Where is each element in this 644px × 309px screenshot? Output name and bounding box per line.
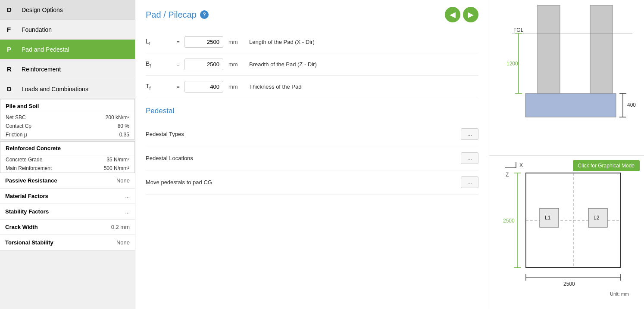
sidebar-label-pad-pedestal: Pad and Pedestal: [22, 46, 69, 53]
tf-input-wrap: [184, 81, 223, 93]
sidebar-letter-r: R: [7, 65, 16, 73]
sidebar-letter-d1: D: [7, 6, 16, 13]
pedestal-types-row: Pedestal Types ...: [146, 122, 478, 146]
z-axis-label: Z: [506, 172, 509, 178]
tf-eq: =: [172, 83, 184, 90]
passive-resistance-label: Passive Resistance: [5, 177, 57, 184]
sidebar-letter-p: P: [7, 46, 16, 53]
lf-row: Lf = mm Length of the Pad (X - Dir): [146, 31, 478, 53]
crack-width-row: Crack Width 0.2 mm: [0, 219, 135, 235]
bf-label: Bf: [146, 60, 172, 68]
move-pedestals-button[interactable]: ...: [461, 176, 478, 188]
bf-eq: =: [172, 61, 184, 68]
pedestal-locations-row: Pedestal Locations ...: [146, 146, 478, 170]
left-pedestal-below: [538, 33, 560, 93]
pile-soil-title: Pile and Soil: [0, 99, 134, 113]
pedestal-types-label: Pedestal Types: [146, 131, 461, 137]
diagram-top: FGL 1200 400: [489, 0, 644, 156]
material-factors-value: ...: [125, 193, 130, 199]
plan-diagram: X Z L1 L2 2500 2500: [494, 160, 640, 302]
nav-buttons: ◀ ▶: [445, 7, 478, 22]
bf-desc: Breadth of the Pad (Z - Dir): [249, 61, 317, 68]
sidebar-label-foundation: Foundation: [22, 26, 52, 33]
x-axis-label: X: [519, 162, 523, 168]
move-pedestals-label: Move pedestals to pad CG: [146, 179, 461, 185]
tf-desc: Thickness of the Pad: [249, 83, 301, 90]
bf-input[interactable]: [184, 59, 223, 70]
reinforced-concrete-section: Reinforced Concrete Concrete Grade 35 N/…: [0, 141, 135, 173]
concrete-grade-value: 35 N/mm²: [106, 157, 129, 163]
lf-input[interactable]: [184, 36, 223, 48]
friction-mu-label: Friction μ: [6, 132, 27, 138]
sidebar-item-foundation[interactable]: F Foundation: [0, 20, 135, 40]
net-sbc-value: 200 kN/m²: [106, 114, 129, 121]
right-pedestal-above: [590, 5, 613, 33]
torsional-stability-value: None: [116, 239, 130, 246]
page-title-text: Pad / Pilecap: [146, 10, 197, 20]
unit-label: Unit: mm: [610, 291, 629, 297]
sidebar-item-design-options[interactable]: D Design Options: [0, 0, 135, 20]
lf-unit: mm: [223, 39, 249, 45]
contact-cp-label: Contact Cp: [6, 123, 31, 129]
pedestal-l2-label: L2: [594, 215, 600, 221]
right-pedestal-below: [590, 33, 613, 93]
main-reinforcement-label: Main Reinforcement: [6, 165, 52, 171]
pedestal-locations-button[interactable]: ...: [461, 152, 478, 164]
stability-factors-value: ...: [125, 208, 130, 215]
crack-width-value: 0.2 mm: [111, 224, 130, 230]
crack-width-label: Crack Width: [5, 224, 38, 230]
sidebar-item-reinforcement[interactable]: R Reinforcement: [0, 59, 135, 79]
sidebar: D Design Options F Foundation P Pad and …: [0, 0, 135, 309]
net-sbc-row: Net SBC 200 kN/m²: [0, 113, 134, 122]
net-sbc-label: Net SBC: [6, 114, 26, 121]
pedestal-title: Pedestal: [146, 107, 478, 115]
friction-mu-row: Friction μ 0.35: [0, 130, 134, 139]
fgl-label: FGL: [513, 27, 524, 33]
dim-400-label: 400: [627, 102, 636, 108]
passive-resistance-row: Passive Resistance None: [0, 173, 135, 188]
nav-prev-button[interactable]: ◀: [445, 7, 460, 22]
diagram-bottom: Click for Graphical Mode X Z L1 L2 2500: [489, 156, 644, 309]
page-title: Pad / Pilecap ?: [146, 10, 209, 20]
tf-input[interactable]: [184, 81, 223, 93]
material-factors-label: Material Factors: [5, 193, 48, 199]
sidebar-letter-d2: D: [7, 85, 16, 93]
sidebar-label-design-options: Design Options: [22, 6, 63, 13]
lf-input-wrap: [184, 36, 223, 48]
stability-factors-label: Stability Factors: [5, 208, 49, 215]
main-content: Pad / Pilecap ? ◀ ▶ Lf = mm Length of th…: [135, 0, 489, 309]
graphical-mode-button[interactable]: Click for Graphical Mode: [573, 160, 640, 171]
contact-cp-value: 80 %: [118, 123, 129, 129]
tf-row: Tf = mm Thickness of the Pad: [146, 76, 478, 98]
sidebar-label-loads: Loads and Combinations: [22, 86, 88, 93]
friction-mu-value: 0.35: [119, 132, 129, 138]
sidebar-letter-f: F: [7, 26, 16, 33]
pile-soil-section: Pile and Soil Net SBC 200 kN/m² Contact …: [0, 99, 135, 139]
help-icon[interactable]: ?: [200, 10, 209, 19]
lf-desc: Length of the Pad (X - Dir): [249, 39, 315, 45]
elevation-diagram: FGL 1200 400: [494, 5, 641, 139]
tf-unit: mm: [223, 83, 249, 90]
bf-input-wrap: [184, 59, 223, 70]
tf-label: Tf: [146, 83, 172, 91]
stability-factors-row[interactable]: Stability Factors ...: [0, 204, 135, 219]
pad-rect: [525, 93, 616, 117]
dim-2500v-label: 2500: [503, 218, 515, 224]
move-pedestals-row: Move pedestals to pad CG ...: [146, 170, 478, 195]
concrete-grade-row: Concrete Grade 35 N/mm²: [0, 155, 134, 164]
reinforced-concrete-title: Reinforced Concrete: [0, 142, 134, 155]
page-title-row: Pad / Pilecap ? ◀ ▶: [146, 7, 478, 22]
pedestal-locations-label: Pedestal Locations: [146, 155, 461, 161]
main-reinforcement-row: Main Reinforcement 500 N/mm²: [0, 164, 134, 173]
main-reinforcement-value: 500 N/mm²: [104, 165, 129, 171]
sidebar-item-loads[interactable]: D Loads and Combinations: [0, 79, 135, 99]
material-factors-row[interactable]: Material Factors ...: [0, 188, 135, 204]
sidebar-label-reinforcement: Reinforcement: [22, 66, 61, 73]
nav-next-button[interactable]: ▶: [463, 7, 478, 22]
passive-resistance-value: None: [116, 177, 130, 184]
pedestal-l1-label: L1: [545, 215, 551, 221]
concrete-grade-label: Concrete Grade: [6, 157, 42, 163]
sidebar-item-pad-pedestal[interactable]: P Pad and Pedestal: [0, 40, 135, 59]
pedestal-types-button[interactable]: ...: [461, 128, 478, 140]
right-panel: FGL 1200 400 Click for Graphical Mode: [489, 0, 644, 309]
